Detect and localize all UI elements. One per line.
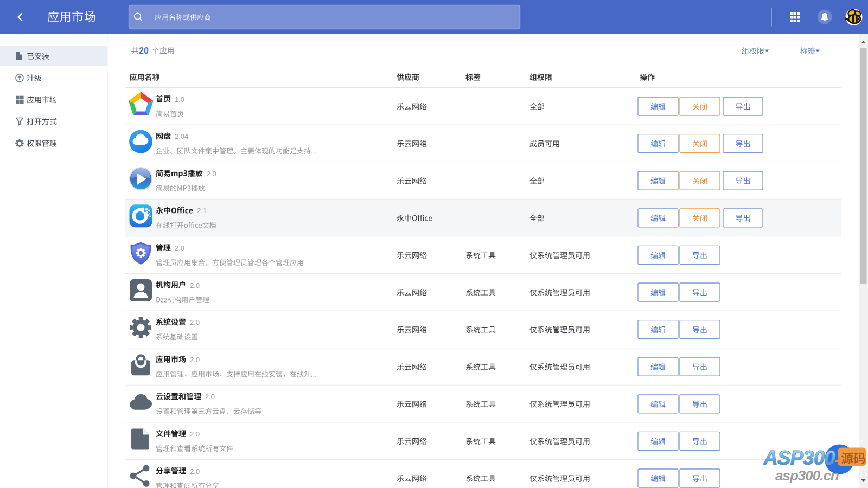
svg-text:2.0: 2.0 [175, 244, 184, 252]
svg-text:2.0: 2.0 [190, 281, 200, 290]
svg-text:2.1: 2.1 [197, 207, 207, 215]
svg-text:asp300.cn: asp300.cn [775, 467, 839, 484]
svg-text:2.0: 2.0 [190, 430, 200, 438]
svg-text:2.0: 2.0 [207, 170, 216, 178]
svg-text:1.0: 1.0 [175, 95, 184, 104]
svg-text:2.04: 2.04 [175, 132, 188, 140]
svg-text:2.0: 2.0 [205, 393, 215, 401]
svg-text:2.0: 2.0 [190, 318, 200, 326]
svg-text:2.0: 2.0 [190, 356, 200, 364]
svg-text:2.0: 2.0 [190, 467, 200, 476]
svg-text:20: 20 [139, 46, 149, 55]
svg-text:ASP300: ASP300 [763, 447, 835, 469]
